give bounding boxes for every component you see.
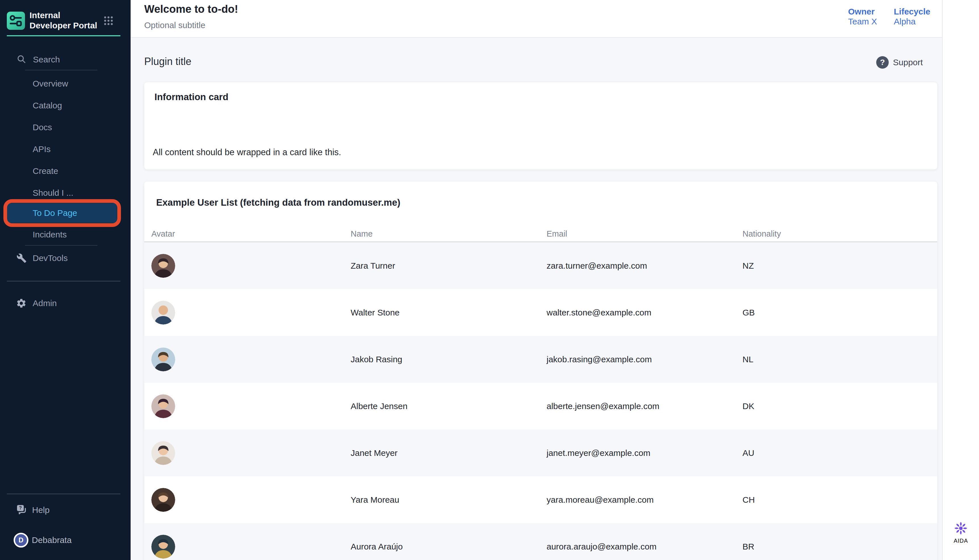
user-name: Walter Stone (351, 289, 399, 336)
gear-icon (16, 298, 27, 310)
page-subtitle: Optional subtitle (144, 20, 205, 30)
sidebar-item-to-do-page[interactable]: To Do Page (7, 203, 117, 223)
column-header-email: Email (546, 229, 567, 238)
table-row: Janet Meyer janet.meyer@example.com AU (144, 430, 937, 476)
information-card-body: All content should be wrapped in a card … (153, 147, 341, 157)
svg-text:?: ? (19, 505, 22, 511)
user-email: walter.stone@example.com (546, 289, 652, 336)
screen: Internal Developer Portal Search Overvie… (0, 0, 979, 560)
avatar (151, 394, 175, 418)
user-email: janet.meyer@example.com (546, 430, 650, 476)
sidebar-item-docs[interactable]: Docs (33, 121, 52, 133)
sidebar-item-catalog[interactable]: Catalog (33, 99, 62, 112)
divider (25, 70, 97, 70)
user-list-card: Example User List (fetching data from ra… (144, 182, 937, 560)
table-row: Alberte Jensen alberte.jensen@example.co… (144, 383, 937, 430)
avatar (151, 441, 175, 465)
divider (25, 245, 97, 246)
user-name: Aurora Araújo (351, 523, 403, 560)
column-header-nationality: Nationality (742, 229, 781, 238)
owner-value[interactable]: Team X (848, 17, 877, 27)
table-row: Zara Turner zara.turner@example.com NZ (144, 242, 937, 289)
search-icon (17, 54, 26, 65)
user-email: zara.turner@example.com (546, 242, 647, 289)
information-card: Information card All content should be w… (144, 82, 937, 169)
sidebar-item-admin[interactable]: Admin (33, 297, 57, 310)
user-list-title: Example User List (fetching data from ra… (156, 197, 400, 208)
table-header-row: Avatar Name Email Nationality (144, 229, 937, 240)
table-row: Jakob Rasing jakob.rasing@example.com NL (144, 336, 937, 383)
column-header-avatar: Avatar (151, 229, 175, 238)
meta-lifecycle: Lifecycle Alpha (894, 7, 930, 27)
user-nationality: DK (742, 383, 754, 430)
user-nationality: BR (742, 523, 754, 560)
user-email: aurora.araujo@example.com (546, 523, 657, 560)
owner-label[interactable]: Owner (848, 7, 877, 17)
sidebar-item-overview[interactable]: Overview (33, 77, 68, 90)
aida-label: AIDA (943, 538, 979, 544)
information-card-title: Information card (154, 92, 228, 102)
column-header-name: Name (351, 229, 373, 238)
table-row: Yara Moreau yara.moreau@example.com CH (144, 476, 937, 523)
user-nationality: NZ (742, 242, 754, 289)
user-name: Alberte Jensen (351, 383, 408, 430)
sidebar-item-apis[interactable]: APIs (33, 143, 50, 155)
user-email: jakob.rasing@example.com (546, 336, 652, 383)
search-label: Search (33, 55, 60, 64)
main-area: Welcome to to-do! Optional subtitle Owne… (130, 0, 942, 560)
avatar (151, 254, 175, 278)
user-nationality: GB (742, 289, 755, 336)
avatar (151, 488, 175, 512)
sidebar: Internal Developer Portal Search Overvie… (0, 0, 130, 560)
plugin-title: Plugin title (144, 56, 191, 68)
table-row: Aurora Araújo aurora.araujo@example.com … (144, 523, 937, 560)
sidebar-item-should-i[interactable]: Should I ... (33, 187, 73, 199)
divider (7, 493, 120, 494)
table-body: Zara Turner zara.turner@example.com NZ W… (144, 242, 937, 560)
meta-owner: Owner Team X (848, 7, 877, 27)
sidebar-item-incidents[interactable]: Incidents (33, 228, 67, 241)
user-email: yara.moreau@example.com (546, 476, 653, 523)
user-nationality: CH (742, 476, 755, 523)
table-row: Walter Stone walter.stone@example.com GB (144, 289, 937, 336)
lifecycle-value[interactable]: Alpha (894, 17, 930, 27)
app-title: Internal Developer Portal (30, 10, 100, 31)
user-nationality: AU (742, 430, 754, 476)
avatar (151, 535, 175, 558)
chat-question-icon: ? (16, 504, 27, 516)
logo-icon (7, 12, 25, 31)
user-name: Janet Meyer (351, 430, 398, 476)
user-name: Yara Moreau (351, 476, 399, 523)
support-button[interactable]: ? Support (876, 56, 923, 68)
sidebar-item-help[interactable]: Help (32, 504, 50, 516)
sidebar-search[interactable]: Search (17, 53, 60, 66)
apps-grid-icon[interactable] (103, 15, 114, 28)
page-header: Welcome to to-do! Optional subtitle Owne… (130, 0, 942, 38)
sidebar-user-name[interactable]: Debabrata (32, 534, 72, 547)
wrench-icon (17, 253, 27, 264)
support-label: Support (893, 58, 923, 67)
flower-icon (954, 531, 967, 536)
sidebar-item-create[interactable]: Create (33, 165, 58, 177)
divider (7, 281, 120, 282)
right-strip: AIDA (942, 0, 979, 560)
user-email: alberte.jensen@example.com (546, 383, 659, 430)
sidebar-accent-divider (7, 35, 120, 36)
avatar (151, 301, 175, 325)
user-avatar[interactable]: D (13, 533, 28, 548)
user-name: Jakob Rasing (351, 336, 402, 383)
page-title: Welcome to to-do! (144, 3, 238, 15)
question-circle-icon: ? (876, 56, 889, 68)
user-nationality: NL (742, 336, 753, 383)
sidebar-item-devtools[interactable]: DevTools (33, 252, 68, 264)
lifecycle-label[interactable]: Lifecycle (894, 7, 930, 17)
avatar (151, 348, 175, 372)
aida-widget[interactable]: AIDA (943, 522, 979, 544)
content: Plugin title ? Support Information card … (130, 38, 942, 560)
user-name: Zara Turner (351, 242, 395, 289)
